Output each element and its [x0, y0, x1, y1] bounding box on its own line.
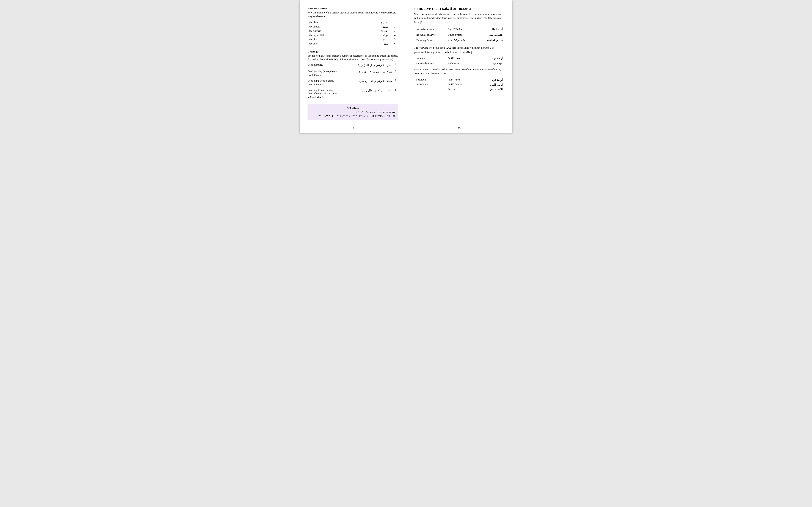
greeting-num: 4. [393, 89, 398, 91]
reading-exercise-section: Reading Exercise How should the J of the… [308, 7, 398, 46]
reading-table-row: the suitcase الشنطة 3. [308, 29, 398, 33]
answers-box: ANSWERS Greetings 1. Sabaah il-kheer, 2.… [308, 104, 398, 120]
construct-arabic: أسم الطالب [475, 26, 505, 32]
greeting-item: Good morning (in response to (صباح الخير… [308, 70, 398, 76]
note1-arabic: مية جنيه [473, 61, 505, 66]
note1-english: bedroom [414, 56, 446, 61]
note1-examples-table: bedroom `uuDit noom أوضة نوم a hundred p… [414, 56, 505, 66]
note2-translit: `uuDit in-noom [446, 82, 473, 87]
note2-translit: `uuDit noom [446, 77, 473, 82]
greeting-english: Good night/Good evening/ Good afternoon.… [308, 89, 338, 99]
page-right: 3. THE CONSTRUCT (الإضافة, AL-`IDAAFA) W… [406, 0, 512, 133]
greeting-item: Good night/Good evening/ Good afternoon.… [308, 79, 398, 86]
construct-title: 3. THE CONSTRUCT (الإضافة, AL-`IDAAFA) [414, 7, 505, 10]
greetings-title: Greetings [308, 50, 398, 53]
answers-content: Greetings 1. Sabaah il-kheer, 2. Sabaah … [311, 111, 395, 118]
reading-english: the boys, children [308, 33, 336, 38]
reading-num: 2. [391, 24, 398, 29]
note1-english: a hundred pounds [414, 61, 446, 66]
greetings-description: The following greetings include a number… [308, 54, 398, 61]
reading-english: the girls [308, 38, 336, 42]
note1-translit: miit gineeh [446, 61, 473, 66]
note2-table-row: the bedroom `uuDit in-noom أوضة النوم [414, 82, 505, 87]
construct-english: the capital of Egypt [414, 32, 446, 38]
reading-arabic: الولد [336, 42, 391, 46]
greetings-section: Greetings The following greetings includ… [308, 50, 398, 99]
greeting-arabic: صباح النور (ص ب اح ال ن و ر) [338, 70, 393, 74]
construct-table-row: University Street shaari' il-gaami'a شار… [414, 38, 505, 43]
answers-title: ANSWERS [311, 107, 395, 109]
reading-arabic: الأولاد [336, 33, 391, 38]
greeting-english: Good night/Good evening/ Good afternoon. [308, 79, 338, 86]
note2-english: a bedroom [414, 77, 446, 82]
note2-arabic: الأوضة نوم [473, 87, 505, 92]
page-number-right: 13 [458, 127, 461, 130]
reading-english: the boy [308, 42, 336, 46]
reading-arabic: المطار [336, 24, 391, 29]
reading-arabic: الشنطة [336, 29, 391, 33]
greeting-english: Good morning (in response to (صباح الخير… [308, 70, 338, 76]
construct-table-row: the student's name `ism iT-Taalib أسم ال… [414, 26, 505, 32]
note2-examples-table: a bedroom `uuDit noom أوضة نوم the bedro… [414, 77, 505, 92]
construct-examples-table: the student's name `ism iT-Taalib أسم ال… [414, 26, 505, 43]
answers-line1: Greetings 1. Sabaah il-kheer, 2. Sabaah … [311, 114, 395, 118]
construct-section: 3. THE CONSTRUCT (الإضافة, AL-`IDAAFA) W… [414, 7, 505, 92]
note1-text: The following two points about إضافة are… [414, 46, 505, 54]
note2-table-row: But not الأوضة نوم [414, 87, 505, 92]
reading-num: 6. [391, 42, 398, 46]
reading-english: the airport [308, 24, 336, 29]
note2-translit: But not [446, 87, 473, 92]
construct-translit: `ism iT-Taalib [446, 26, 475, 32]
reading-table-row: the boy الولد 6. [308, 42, 398, 46]
reading-exercise-description: How should the J of the definite article… [308, 11, 398, 18]
construct-intro: When two nouns are closely associated, a… [414, 12, 505, 24]
reading-table-row: the girls البنات 5. [308, 38, 398, 42]
reading-table-row: the airport المطار 2. [308, 24, 398, 29]
greeting-arabic: صباح الخير (ص ب اح ال خ ي ر) [338, 63, 393, 67]
construct-arabic: عاصمة مصر [475, 32, 505, 38]
reading-english: the suitcase [308, 29, 336, 33]
note1-table-row: bedroom `uuDit noom أوضة نوم [414, 56, 505, 61]
note1-translit: `uuDit noom [446, 56, 473, 61]
reading-exercise-title: Reading Exercise [308, 7, 398, 10]
greeting-item: Good night/Good evening/ Good afternoon.… [308, 89, 398, 99]
reading-english: the plane [308, 20, 336, 24]
reading-num: 1. [391, 20, 398, 24]
note2-english [414, 87, 446, 92]
construct-english: University Street [414, 38, 446, 43]
reading-table-row: the boys, children الأولاد 4. [308, 33, 398, 38]
page-number-left: 12 [351, 127, 354, 130]
construct-translit: shaari' il-gaami'a [446, 38, 475, 43]
reading-exercise-table: the plane الطيارة 1. the airport المطار … [308, 20, 398, 46]
reading-table-row: the plane الطيارة 1. [308, 20, 398, 24]
construct-table-row: the capital of Egypt 'aaSimat maSr عاصمة… [414, 32, 505, 38]
note1-table-row: a hundred pounds miit gineeh مية جنيه [414, 61, 505, 66]
construct-english: the student's name [414, 26, 446, 32]
note2-table-row: a bedroom `uuDit noom أوضة نوم [414, 77, 505, 82]
answers-line2: Definite Article 1. T, 2. l, 3. sh, 4. l… [311, 111, 395, 114]
greeting-arabic: مساء الخير (م س اء ال خ ي ر) [338, 79, 393, 83]
note2-english: the bedroom [414, 82, 446, 87]
reading-arabic: الطيارة [336, 20, 391, 24]
greeting-num: 3. [393, 79, 398, 82]
reading-num: 5. [391, 38, 398, 42]
note2-arabic: أوضة نوم [473, 77, 505, 82]
greeting-item: Good morning. صباح الخير (ص ب اح ال خ ي … [308, 63, 398, 67]
note2-arabic: أوضة النوم [473, 82, 505, 87]
greeting-arabic: مساء النور (م س اء ال ن و ر) [338, 89, 393, 93]
note1-arabic: أوضة نوم [473, 56, 505, 61]
reading-num: 4. [391, 33, 398, 38]
reading-num: 3. [391, 29, 398, 33]
greeting-num: 2. [393, 70, 398, 72]
page-left: Reading Exercise How should the J of the… [300, 0, 406, 133]
greeting-num: 1. [393, 63, 398, 66]
note2-text: Second, the first part of the إضافة neve… [414, 67, 505, 76]
construct-translit: 'aaSimat maSr [446, 32, 475, 38]
greetings-list: Good morning. صباح الخير (ص ب اح ال خ ي … [308, 63, 398, 99]
reading-arabic: البنات [336, 38, 391, 42]
construct-arabic: شارع الجامعة [475, 38, 505, 43]
greeting-english: Good morning. [308, 63, 338, 67]
